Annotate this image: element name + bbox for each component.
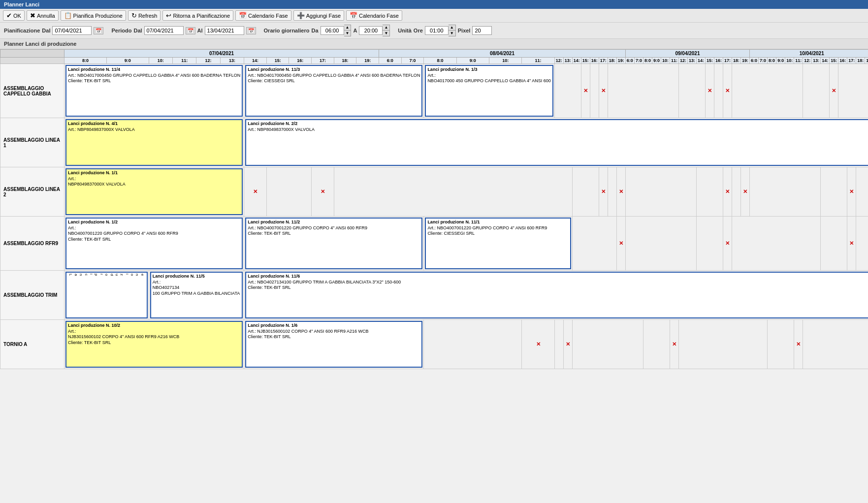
orario-da-up[interactable]: ▲ [344,25,351,31]
ore-down[interactable]: ▼ [449,31,455,36]
al-label: Al [197,28,203,33]
pian-dal-input[interactable] [52,26,92,35]
task-linea1-big-title: Lanci produzione N. 2/2 [248,121,868,127]
ok-button[interactable]: ✔ OK [3,10,25,21]
task-trim-d0-2-title: Lanci produzione N. 11/5 [153,274,241,280]
t-d2-6: 6:0 [625,58,634,64]
calendario2-label: Calendario Fase [359,13,399,19]
cell-rfr9-d4-e1 [821,217,847,271]
t-d2-12: 12: [678,58,687,64]
cell-linea2-d0[interactable]: Lanci produzione N. 1/1 Art.:NBP80498370… [64,167,244,217]
cell-rfr9-d1-t2[interactable]: Lanci produzione N. 11/1 Art.: NBO400700… [424,217,572,271]
task-rfr9-d0-title: Lanci produzione N. 1/2 [68,220,240,225]
task-cappello-d1-1[interactable]: Lanci produzione N. 11/3 Art.: NBO401700… [245,65,422,117]
header-empty [0,50,64,58]
planner-container[interactable]: 07/04/2021 08/04/2021 09/04/2021 10/04/2… [0,49,868,503]
cell-cappello-d3-x2: ✕ [723,64,732,118]
cell-linea2-d2-e1 [572,167,599,217]
t-d2-13: 13: [687,58,696,64]
cell-rfr9-d4-rest [856,217,868,271]
t-d1-11: 11: [522,58,554,64]
periodo-dal-cal[interactable]: 📅 [186,27,195,34]
cell-linea1-d0-task[interactable]: Lanci produzione N. 4/1 Art.: NBP8049837… [64,118,244,167]
task-rfr9-d0[interactable]: Lanci produzione N. 1/2 Art.:NBO40070012… [65,218,243,269]
cell-linea2-d2-rest [625,167,696,217]
orario-a-spin[interactable]: ▲ ▼ [359,25,390,36]
cell-linea2-d3-x1: ✕ [723,167,732,217]
task-linea1-d0-title: Lanci produzione N. 4/1 [68,121,240,127]
row-trim: ASSEMBLAGGIO TRIM Lanciproduzione Lanci … [0,271,868,320]
cell-tornio-d0[interactable]: Lanci produzione N. 10/2 Art.:NJB3015600… [64,320,244,369]
ritorna-button[interactable]: ↩ Ritorna a Pianificazione [162,10,233,21]
task-linea2-d0-title: Lanci produzione N. 1/1 [68,170,240,176]
cell-trim-d0-t2[interactable]: Lanci produzione N. 11/5 Art.:NBO4027134… [149,271,244,320]
t-d1-19: 19: [616,58,625,64]
pianifica-button[interactable]: 📋 Pianifica Produzione [61,10,126,21]
cell-trim-d1-big[interactable]: Lanci produzione N. 11/6 Art.: NBO402713… [244,271,868,320]
t-d3-14: 14: [821,58,830,64]
pixel-input[interactable] [472,26,492,35]
cell-tornio-d2-x2: ✕ [563,320,572,369]
t-d1-10: 10: [489,58,522,64]
task-cappello-1[interactable]: Lanci produzione N. 11/4 Art.: NBO401700… [65,65,243,117]
cell-rfr9-d1-t1[interactable]: Lanci produzione N. 11/2 Art.: NBO400700… [244,217,424,271]
orario-da-spin[interactable]: ▲ ▼ [321,25,352,36]
task-cappello-d1-2[interactable]: Lanci produzione N. 1/3 Art.:NBO4017000 … [425,65,553,117]
aggiungi-icon: ➕ [297,12,305,19]
ore-up[interactable]: ▲ [449,25,455,31]
task-trim-d0-1[interactable]: Lanciproduzione [65,272,148,318]
cell-cappello-d1-task1[interactable]: Lanci produzione N. 11/3 Art.: NBO401700… [244,64,424,118]
orario-a-input[interactable] [359,26,383,35]
task-tornio-d1[interactable]: Lanci produzione N. 1/6 Art.: NJB3015600… [245,321,422,368]
orario-da-down[interactable]: ▼ [344,31,351,36]
calendario-icon: 📅 [239,12,247,19]
x-mark: ✕ [707,88,712,94]
periodo-al-cal[interactable]: 📅 [246,27,256,34]
cell-rfr9-d2-x1: ✕ [616,217,625,271]
cell-cappello-d4-rest [838,64,868,118]
task-rfr9-d1-1[interactable]: Lanci produzione N. 11/2 Art.: NBO400700… [245,218,422,269]
cell-tornio-d3-rest [678,320,767,369]
orario-a-up[interactable]: ▲ [383,25,389,31]
ore-input[interactable] [425,26,449,35]
pianificazione-label: Pianificazione [4,28,40,33]
cell-rfr9-d0[interactable]: Lanci produzione N. 1/2 Art.:NBO40070012… [64,217,244,271]
t-d3-12: 12: [803,58,812,64]
row-label-linea2: ASSEMBLAGGIO LINEA 2 [0,167,64,217]
cell-cappello-d3-rest [732,64,803,118]
t-d2-10: 10: [661,58,670,64]
cell-tornio-d1[interactable]: Lanci produzione N. 1/6 Art.: NJB3015600… [244,320,424,369]
cell-tornio-d4-rest [803,320,868,369]
task-rfr9-d1-2[interactable]: Lanci produzione N. 11/1 Art.: NBO400700… [425,218,571,269]
task-linea1-big[interactable]: Lanci produzione N. 2/2 Art.: NBP8049837… [245,119,868,166]
task-trim-d0-2[interactable]: Lanci produzione N. 11/5 Art.:NBO4027134… [150,272,243,318]
cell-cappello-d0-task1[interactable]: Lanci produzione N. 11/4 Art.: NBO401700… [64,64,244,118]
refresh-button[interactable]: ↻ Refresh [128,10,161,21]
t-d3-8: 8:0 [768,58,776,64]
ore-spin[interactable]: ▲ ▼ [425,25,456,36]
calendario-button[interactable]: 📅 Calendario Fase [235,10,291,21]
task-tornio-d0[interactable]: Lanci produzione N. 10/2 Art.:NJB3015600… [65,321,243,368]
annulla-button[interactable]: ✖ Annulla [27,10,59,21]
cell-linea1-big-task[interactable]: Lanci produzione N. 2/2 Art.: NBP8049837… [244,118,868,167]
task-tornio-d1-content: Art.: NJB3015600102 CORPO 4" ANSI 600 RF… [248,329,420,340]
cell-trim-d0-t1[interactable]: Lanciproduzione [64,271,149,320]
cell-cappello-d1-task2[interactable]: Lanci produzione N. 1/3 Art.:NBO4017000 … [424,64,554,118]
cell-linea2-d4-rest [856,167,868,217]
pian-dal-cal-button[interactable]: 📅 [94,27,103,34]
aggiungi-button[interactable]: ➕ Aggiungi Fase [293,10,344,21]
row-label-trim: ASSEMBLAGGIO TRIM [0,271,64,320]
periodo-dal-input[interactable] [144,26,184,35]
form-row: Pianificazione Dal 📅 Periodo Dal 📅 Al 📅 … [0,23,868,39]
ok-icon: ✔ [6,12,12,19]
t-d2-11: 11: [670,58,678,64]
periodo-al-input[interactable] [205,26,244,35]
task-linea1-d0[interactable]: Lanci produzione N. 4/1 Art.: NBP8049837… [65,119,243,166]
task-trim-big[interactable]: Lanci produzione N. 11/6 Art.: NBO402713… [245,272,868,318]
orario-a-down[interactable]: ▼ [383,31,389,36]
task-linea2-d0[interactable]: Lanci produzione N. 1/1 Art.:NBP80498370… [65,168,243,215]
orario-da-input[interactable] [321,26,344,35]
t-d3-18: 18: [856,58,865,64]
calendario2-button[interactable]: 📅 Calendario Fase [346,10,402,21]
t-d0-9: 9:0 [106,58,149,64]
